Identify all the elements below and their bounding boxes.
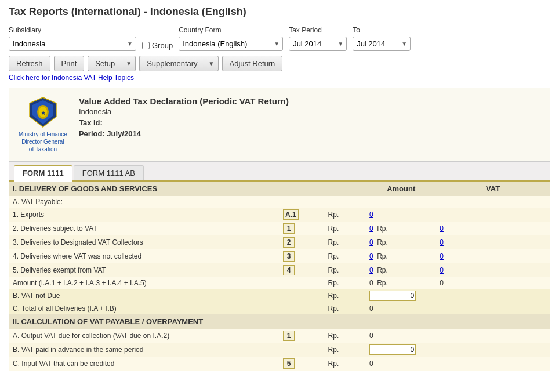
row4-label: 4. Deliveries where VAT was not collecte… — [9, 249, 252, 263]
amount-header: Amount — [366, 182, 436, 196]
group-checkbox-group: Group — [142, 41, 173, 51]
adjust-return-button[interactable]: Adjust Return — [222, 56, 283, 71]
box-s2-1: 1 — [283, 331, 295, 341]
form-container: ★ Ministry of Finance Director General o… — [9, 88, 550, 371]
tax-period-select-wrapper[interactable]: Jul 2014 ▼ — [289, 37, 347, 51]
to-label: To — [353, 26, 411, 34]
section2-header: II. CALCULATION OF VAT PAYABLE / OVERPAY… — [9, 314, 550, 329]
box-s2-5: 5 — [283, 358, 295, 369]
box-4: 4 — [283, 265, 295, 275]
section1-title: I. DELIVERY OF GOODS AND SERVICES — [9, 182, 366, 196]
row4-val2[interactable]: 0 — [440, 252, 444, 260]
row3-val1[interactable]: 0 — [369, 238, 373, 246]
country-form-label: Country Form — [179, 26, 283, 34]
country-form-field: Country Form Indonesia (English) ▼ — [179, 26, 283, 51]
s2-row-c-val: 0 — [369, 360, 373, 368]
action-buttons: Refresh Print Setup ▼ Supplementary ▼ Ad… — [9, 56, 550, 71]
form-country: Indonesia — [79, 107, 540, 116]
table-row: 5. Deliveries exempt from VAT 4 Rp. 0 Rp… — [9, 263, 550, 277]
tax-period-select[interactable]: Jul 2014 — [289, 37, 347, 51]
form-tax-id: Tax Id: — [79, 118, 540, 127]
table-row-2a: A. Output VAT due for collection (VAT du… — [9, 329, 550, 343]
supplementary-dropdown-button[interactable]: ▼ — [205, 56, 219, 71]
group-label: Group — [152, 41, 173, 50]
row1-val1[interactable]: 0 — [369, 210, 373, 219]
s2-row-b-label: B. VAT paid in advance in the same perio… — [9, 343, 252, 357]
setup-split-button: Setup ▼ — [88, 56, 136, 71]
page-title: Tax Reports (International) - Indonesia … — [9, 6, 550, 18]
tabs-row: FORM 1111 FORM 1111 AB — [9, 162, 550, 182]
total-a-val1: 0 — [369, 279, 373, 287]
row4-val1[interactable]: 0 — [369, 252, 373, 260]
row5-val2[interactable]: 0 — [440, 266, 444, 274]
logo-text: Ministry of Finance Director General of … — [19, 130, 67, 153]
help-link[interactable]: Click here for Indonesia VAT Help Topics — [9, 74, 550, 82]
subsidiary-field: Subsidiary Indonesia ▼ — [9, 26, 136, 51]
table-row: 2. Deliveries subject to VAT 1 Rp. 0 Rp.… — [9, 222, 550, 235]
sub-c-val: 0 — [369, 304, 373, 313]
s2-row-c-label: C. Input VAT that can be credited — [9, 357, 252, 371]
to-select-wrapper[interactable]: Jul 2014 ▼ — [353, 37, 411, 51]
form-info: Value Added Tax Declaration (Periodic VA… — [79, 96, 540, 138]
tab-form-1111[interactable]: FORM 1111 — [14, 165, 72, 182]
row1-num: 1. Exports — [9, 208, 252, 222]
sub-c-label: C. Total of all Deliveries (I.A + I.B) — [9, 303, 252, 314]
sub-b-input[interactable] — [369, 291, 416, 301]
row3-val2[interactable]: 0 — [440, 238, 444, 246]
section2-title: II. CALCULATION OF VAT PAYABLE / OVERPAY… — [9, 314, 550, 329]
row3-label: 3. Deliveries to Designated VAT Collecto… — [9, 235, 252, 249]
total-a-val2: 0 — [440, 279, 444, 287]
row2-val2[interactable]: 0 — [440, 224, 444, 233]
form-header: ★ Ministry of Finance Director General o… — [9, 88, 550, 162]
box-3: 3 — [283, 251, 295, 262]
tab-form-1111-ab[interactable]: FORM 1111 AB — [74, 165, 144, 180]
subsidiary-select-wrapper[interactable]: Indonesia ▼ — [9, 37, 136, 51]
to-field: To Jul 2014 ▼ — [353, 26, 411, 51]
s2-row-a-label: A. Output VAT due for collection (VAT du… — [9, 329, 252, 343]
tax-period-field: Tax Period Jul 2014 ▼ — [289, 26, 347, 51]
box-a1: A.1 — [283, 209, 299, 220]
box-2: 2 — [283, 237, 295, 248]
table-row-2c: C. Input VAT that can be credited 5 Rp. … — [9, 357, 550, 371]
row5-val1[interactable]: 0 — [369, 266, 373, 274]
box-1: 1 — [283, 223, 295, 234]
sub-a-label: A. VAT Payable: — [9, 196, 550, 208]
refresh-button[interactable]: Refresh — [9, 56, 50, 71]
ministry-logo-icon: ★ — [28, 96, 57, 128]
to-select[interactable]: Jul 2014 — [353, 37, 411, 51]
table-row: 1. Exports A.1 Rp. 0 — [9, 208, 550, 222]
table-row: 3. Deliveries to Designated VAT Collecto… — [9, 235, 550, 249]
row5-label: 5. Deliveries exempt from VAT — [9, 263, 252, 277]
subsidiary-select[interactable]: Indonesia — [9, 37, 136, 51]
group-checkbox[interactable] — [142, 42, 150, 49]
total-a-label: Amount (I.A.1 + I.A.2 + I.A.3 + I.A.4 + … — [9, 277, 252, 289]
toolbar: Subsidiary Indonesia ▼ Group Country For… — [9, 26, 550, 51]
row2-label: 2. Deliveries subject to VAT — [9, 222, 252, 235]
table-row: 4. Deliveries where VAT was not collecte… — [9, 249, 550, 263]
vat-header: VAT — [436, 182, 550, 196]
table-row-b: B. VAT not Due Rp. — [9, 289, 550, 303]
sub-a-header: A. VAT Payable: — [9, 196, 550, 208]
sub-b-label: B. VAT not Due — [9, 289, 252, 303]
table-row-c: C. Total of all Deliveries (I.A + I.B) R… — [9, 303, 550, 314]
country-form-select-wrapper[interactable]: Indonesia (English) ▼ — [179, 37, 283, 51]
svg-text:★: ★ — [40, 110, 46, 116]
s2-row-b-input[interactable] — [369, 344, 416, 355]
country-form-select[interactable]: Indonesia (English) — [179, 37, 283, 51]
form-period: Period: July/2014 — [79, 129, 540, 138]
supplementary-split-button: Supplementary ▼ — [139, 56, 218, 71]
page-container: Tax Reports (International) - Indonesia … — [0, 0, 559, 377]
table-row-total-a: Amount (I.A.1 + I.A.2 + I.A.3 + I.A.4 + … — [9, 277, 550, 289]
row2-val1[interactable]: 0 — [369, 224, 373, 233]
setup-button[interactable]: Setup — [88, 56, 122, 71]
tax-period-label: Tax Period — [289, 26, 347, 34]
form-table: I. DELIVERY OF GOODS AND SERVICES Amount… — [9, 182, 550, 371]
table-row-2b: B. VAT paid in advance in the same perio… — [9, 343, 550, 357]
print-button[interactable]: Print — [54, 56, 85, 71]
form-main-title: Value Added Tax Declaration (Periodic VA… — [79, 96, 540, 106]
subsidiary-label: Subsidiary — [9, 26, 136, 34]
supplementary-button[interactable]: Supplementary — [139, 56, 204, 71]
s2-row-a-val: 0 — [369, 332, 373, 340]
logo-section: ★ Ministry of Finance Director General o… — [19, 96, 67, 153]
setup-dropdown-button[interactable]: ▼ — [122, 56, 136, 71]
